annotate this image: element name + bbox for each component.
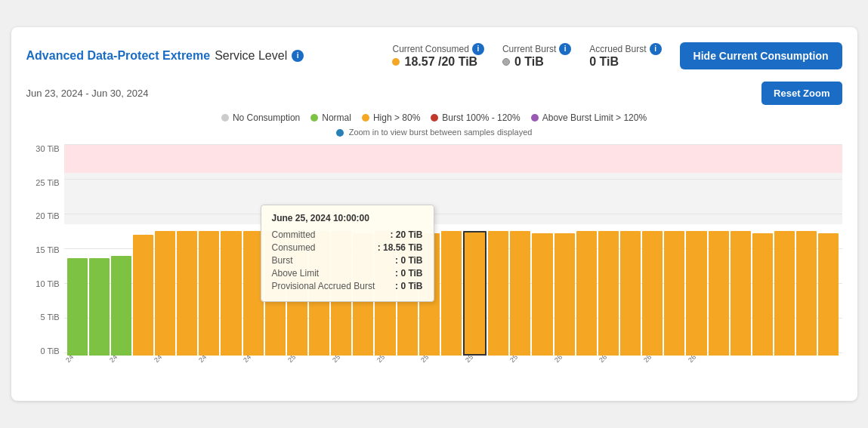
bar[interactable] bbox=[111, 256, 131, 356]
title-service: Service Level bbox=[215, 49, 287, 63]
legend-label-above-burst: Above Burst Limit > 120% bbox=[542, 112, 647, 123]
title-advanced: Advanced Data-Protect Extreme bbox=[26, 49, 211, 63]
x-labels: 24 Jun 04:0024 Jun 08:0024 Jun 12:0024 J… bbox=[64, 359, 842, 386]
bar[interactable] bbox=[576, 231, 597, 356]
bar[interactable] bbox=[441, 231, 462, 356]
tooltip-key-burst: Burst bbox=[272, 255, 293, 266]
legend-dot-zoom bbox=[336, 129, 344, 137]
tooltip-val-consumed: : 18.56 TiB bbox=[378, 242, 423, 253]
metrics-section: Current Consumed i 18.57 /20 TiB Current… bbox=[392, 42, 842, 69]
chart-legend: No Consumption Normal High > 80% Burst 1… bbox=[26, 112, 842, 123]
current-consumed-metric: Current Consumed i 18.57 /20 TiB bbox=[392, 43, 483, 69]
y-label-10: 10 TiB bbox=[36, 279, 59, 288]
legend-label-no-consumption: No Consumption bbox=[233, 112, 300, 123]
current-consumed-value: 18.57 /20 TiB bbox=[392, 55, 477, 69]
bar[interactable] bbox=[532, 233, 552, 356]
tooltip-row-above-limit: Above Limit : 0 TiB bbox=[272, 268, 423, 279]
legend-label-high: High > 80% bbox=[373, 112, 420, 123]
tooltip-val-burst: : 0 TiB bbox=[395, 255, 422, 266]
tooltip-row-provisional: Provisional Accrued Burst : 0 TiB bbox=[272, 281, 423, 291]
accrued-burst-metric: Accrued Burst i 0 TiB bbox=[589, 43, 661, 69]
legend-dot-no-consumption bbox=[221, 114, 229, 122]
bar[interactable] bbox=[796, 231, 817, 356]
current-burst-metric: Current Burst i 0 TiB bbox=[502, 43, 571, 69]
bar[interactable] bbox=[67, 258, 88, 356]
current-consumed-info-icon[interactable]: i bbox=[472, 43, 484, 55]
tooltip-val-above-limit: : 0 TiB bbox=[395, 268, 422, 279]
bar[interactable] bbox=[488, 231, 508, 356]
x-label: 24 Jun 20:00 bbox=[242, 356, 275, 364]
tooltip-row-consumed: Consumed : 18.56 TiB bbox=[272, 242, 423, 253]
current-burst-info-icon[interactable]: i bbox=[559, 43, 571, 55]
x-label: 24 Jun 08:00 bbox=[108, 356, 141, 364]
tooltip-val-provisional: : 0 TiB bbox=[395, 281, 422, 291]
y-axis: 30 TiB 25 TiB 20 TiB 15 TiB 10 TiB 5 TiB… bbox=[26, 144, 64, 356]
tooltip-val-committed: : 20 TiB bbox=[390, 229, 422, 240]
accrued-burst-info-icon[interactable]: i bbox=[650, 43, 662, 55]
legend-normal: Normal bbox=[310, 112, 351, 123]
current-consumed-label: Current Consumed i bbox=[392, 43, 483, 55]
bar[interactable] bbox=[89, 258, 110, 356]
bar[interactable] bbox=[752, 233, 773, 356]
legend-dot-above-burst bbox=[531, 114, 539, 122]
bar[interactable] bbox=[221, 231, 241, 356]
legend-dot-high bbox=[362, 114, 369, 122]
current-burst-label: Current Burst i bbox=[502, 43, 571, 55]
subheader: Jun 23, 2024 - Jun 30, 2024 Reset Zoom bbox=[26, 82, 842, 105]
tooltip-key-provisional: Provisional Accrued Burst bbox=[272, 281, 375, 291]
x-label: 26 Jun 00:00 bbox=[553, 356, 586, 364]
legend-high: High > 80% bbox=[362, 112, 420, 123]
bar[interactable] bbox=[463, 231, 487, 356]
bar[interactable] bbox=[709, 231, 729, 356]
accrued-burst-label: Accrued Burst i bbox=[589, 43, 661, 55]
y-label-0: 0 TiB bbox=[40, 346, 59, 356]
x-label: 24 Jun 16:00 bbox=[197, 356, 230, 364]
hide-consumption-button[interactable]: Hide Current Consumption bbox=[680, 42, 842, 69]
x-label: 25 Jun 12:00 bbox=[419, 356, 453, 364]
bar[interactable] bbox=[686, 231, 706, 356]
x-label: 25 Jun 16:00 bbox=[464, 356, 497, 364]
tooltip: June 25, 2024 10:00:00 Committed : 20 Ti… bbox=[261, 205, 434, 302]
x-label: 25 Jun 08:00 bbox=[375, 356, 409, 364]
x-axis: 24 Jun 04:0024 Jun 08:0024 Jun 12:0024 J… bbox=[64, 356, 842, 386]
date-range: Jun 23, 2024 - Jun 30, 2024 bbox=[26, 88, 149, 99]
legend-above-burst: Above Burst Limit > 120% bbox=[531, 112, 647, 123]
y-label-20: 20 TiB bbox=[36, 211, 59, 220]
bar[interactable] bbox=[598, 231, 619, 356]
header: Advanced Data-Protect Extreme Service Le… bbox=[26, 42, 842, 69]
legend-label-normal: Normal bbox=[322, 112, 351, 123]
bar[interactable] bbox=[510, 231, 530, 356]
bar[interactable] bbox=[774, 231, 795, 356]
bar[interactable] bbox=[731, 231, 751, 356]
x-label: 24 Jun 04:00 bbox=[64, 356, 97, 364]
bar[interactable] bbox=[642, 231, 663, 356]
tooltip-row-burst: Burst : 0 TiB bbox=[272, 255, 423, 266]
x-label: 25 Jun 04:00 bbox=[331, 356, 364, 364]
title-section: Advanced Data-Protect Extreme Service Le… bbox=[26, 49, 304, 63]
tooltip-row-committed: Committed : 20 TiB bbox=[272, 229, 423, 240]
bar[interactable] bbox=[177, 231, 197, 356]
burst-dot bbox=[502, 58, 510, 66]
tooltip-key-committed: Committed bbox=[272, 229, 316, 240]
legend-label-burst: Burst 100% - 120% bbox=[442, 112, 520, 123]
bar[interactable] bbox=[554, 233, 575, 356]
bar[interactable] bbox=[664, 231, 684, 356]
bar[interactable] bbox=[620, 231, 641, 356]
bar[interactable] bbox=[818, 233, 839, 356]
bars-container bbox=[64, 144, 842, 356]
y-label-30: 30 TiB bbox=[36, 144, 59, 153]
bar[interactable] bbox=[155, 231, 175, 356]
accrued-burst-value: 0 TiB bbox=[589, 55, 619, 69]
x-label: 26 Jun 12:00 bbox=[687, 356, 720, 364]
legend-dot-normal bbox=[310, 114, 318, 122]
bar[interactable] bbox=[199, 231, 219, 356]
bar[interactable] bbox=[133, 235, 153, 356]
tooltip-key-consumed: Consumed bbox=[272, 242, 316, 253]
legend-dot-burst bbox=[431, 114, 438, 122]
x-label: 25 Jun 20:00 bbox=[508, 356, 542, 364]
reset-zoom-button[interactable]: Reset Zoom bbox=[761, 82, 842, 105]
x-label: 26 Jun 04:00 bbox=[598, 356, 631, 364]
y-label-15: 15 TiB bbox=[36, 245, 59, 254]
current-burst-value: 0 TiB bbox=[502, 55, 544, 69]
title-info-icon[interactable]: i bbox=[292, 50, 304, 62]
